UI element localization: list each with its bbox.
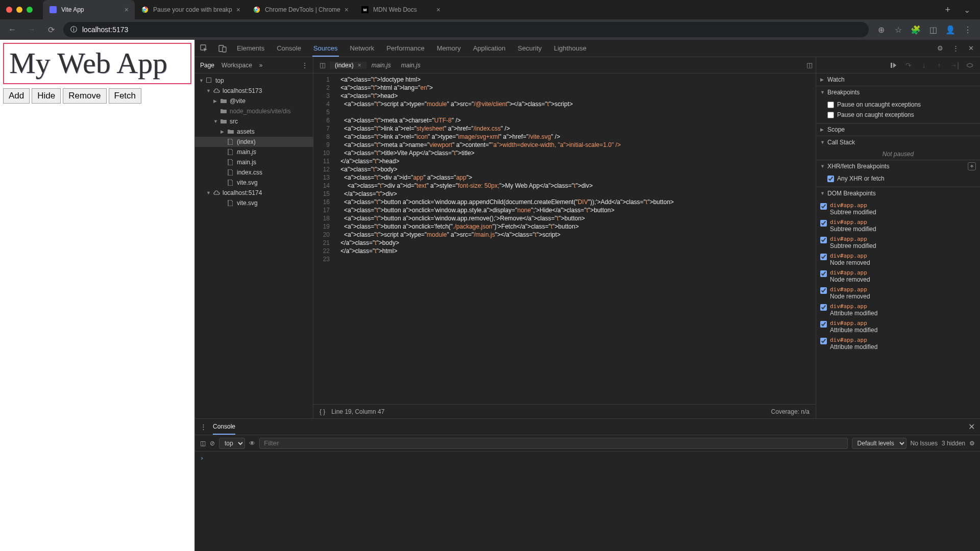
tree-item[interactable]: vite.svg <box>195 178 313 188</box>
tree-item[interactable]: index.css <box>195 167 313 178</box>
panel-tab-performance[interactable]: Performance <box>385 44 425 52</box>
panel-tab-sources[interactable]: Sources <box>312 44 339 57</box>
dom-breakpoint-item[interactable]: div#app.appAttribute modified <box>820 302 976 318</box>
site-info-icon[interactable]: ⓘ <box>70 25 77 34</box>
dom-breakpoint-checkbox[interactable] <box>820 203 827 210</box>
step-into-icon[interactable]: ↓ <box>919 60 929 70</box>
toggle-debugger-icon[interactable]: ◫ <box>803 61 816 69</box>
close-tab-icon[interactable]: × <box>436 6 440 14</box>
dom-breakpoint-item[interactable]: div#app.appSubtree modified <box>820 217 976 234</box>
browser-menu-icon[interactable]: ⋮ <box>961 22 975 37</box>
step-out-icon[interactable]: ↑ <box>934 60 944 70</box>
panel-tab-elements[interactable]: Elements <box>236 44 265 52</box>
callstack-section[interactable]: ▼Call Stack <box>816 136 980 148</box>
code-editor[interactable]: 1234567891011121314151617181920212223 <a… <box>313 73 816 404</box>
editor-tab[interactable]: main.js <box>366 62 396 69</box>
tree-item[interactable]: ▼top <box>195 76 313 86</box>
zoom-icon[interactable]: ⊕ <box>874 22 888 37</box>
reload-button[interactable]: ⟳ <box>44 22 58 37</box>
dom-breakpoint-item[interactable]: div#app.appSubtree modified <box>820 201 976 217</box>
url-input[interactable]: ⓘ localhost:5173 <box>63 22 869 37</box>
dom-breakpoint-item[interactable]: div#app.appSubtree modified <box>820 234 976 251</box>
dom-breakpoint-checkbox[interactable] <box>820 270 827 277</box>
bookmark-icon[interactable]: ☆ <box>891 22 905 37</box>
workspace-tab[interactable]: Workspace <box>222 62 252 69</box>
log-levels-selector[interactable]: Default levels <box>852 438 906 449</box>
console-prompt[interactable]: › <box>195 452 980 465</box>
console-settings-icon[interactable]: ⚙ <box>969 440 975 447</box>
dom-breakpoint-item[interactable]: div#app.appAttribute modified <box>820 318 976 335</box>
resume-icon[interactable] <box>888 60 898 70</box>
new-tab-button[interactable]: + <box>940 5 955 15</box>
step-icon[interactable]: →| <box>949 60 960 70</box>
watch-section[interactable]: ▶Watch <box>816 73 980 86</box>
close-drawer-icon[interactable]: ✕ <box>968 422 975 432</box>
device-toolbar-icon[interactable] <box>217 43 228 54</box>
panel-tab-console[interactable]: Console <box>276 44 302 52</box>
dom-breakpoint-checkbox[interactable] <box>820 321 827 328</box>
page-tab[interactable]: Page <box>200 62 214 69</box>
close-editor-tab-icon[interactable]: × <box>358 62 361 69</box>
dom-breakpoint-checkbox[interactable] <box>820 338 827 344</box>
hide-button[interactable]: Hide <box>32 88 61 104</box>
issues-label[interactable]: No Issues <box>911 440 938 447</box>
tree-item[interactable]: vite.svg <box>195 198 313 208</box>
dom-breakpoint-item[interactable]: div#app.appAttribute modified <box>820 335 976 352</box>
tree-item[interactable]: ▼localhost:5174 <box>195 188 313 198</box>
scope-section[interactable]: ▶Scope <box>816 123 980 136</box>
breakpoint-checkbox[interactable] <box>827 102 834 108</box>
live-expression-icon[interactable]: 👁 <box>249 440 255 447</box>
browser-tab[interactable]: Vite App× <box>43 0 135 19</box>
breakpoint-checkbox[interactable] <box>827 112 834 118</box>
dom-breakpoint-item[interactable]: div#app.appNode removed <box>820 251 976 268</box>
dom-breakpoint-checkbox[interactable] <box>820 220 827 227</box>
browser-tab[interactable]: Pause your code with breakp× <box>135 0 247 19</box>
navigator-menu-icon[interactable]: ⋮ <box>302 62 308 69</box>
dom-breakpoint-item[interactable]: div#app.appNode removed <box>820 285 976 302</box>
tree-item[interactable]: main.js <box>195 157 313 167</box>
dom-breakpoint-checkbox[interactable] <box>820 237 827 243</box>
close-window-icon[interactable] <box>6 7 12 13</box>
browser-tab[interactable]: Chrome DevTools | Chrome× <box>247 0 355 19</box>
inspect-element-icon[interactable] <box>199 43 209 54</box>
panel-tab-memory[interactable]: Memory <box>436 44 462 52</box>
sidepanel-icon[interactable]: ◫ <box>926 22 940 37</box>
minimize-window-icon[interactable] <box>16 7 22 13</box>
devtools-menu-icon[interactable]: ⋮ <box>950 43 961 54</box>
xhr-breakpoint-item[interactable]: Any XHR or fetch <box>827 173 976 184</box>
dom-breakpoints-section[interactable]: ▼DOM Breakpoints <box>816 187 980 199</box>
dom-breakpoint-checkbox[interactable] <box>820 254 827 260</box>
dom-breakpoint-item[interactable]: div#app.appNode removed <box>820 268 976 285</box>
close-tab-icon[interactable]: × <box>236 6 240 14</box>
tree-item[interactable]: main.js <box>195 147 313 157</box>
tree-item[interactable]: ▼localhost:5173 <box>195 86 313 96</box>
toggle-navigator-icon[interactable]: ◫ <box>316 61 329 69</box>
console-tab[interactable]: Console <box>213 419 235 435</box>
profile-icon[interactable]: 👤 <box>943 22 958 37</box>
panel-tab-lighthouse[interactable]: Lighthouse <box>553 44 587 52</box>
pretty-print-icon[interactable]: { } <box>320 408 325 415</box>
add-xhr-breakpoint-icon[interactable]: + <box>968 162 976 170</box>
devtools-settings-icon[interactable]: ⚙ <box>935 43 945 54</box>
breakpoint-option[interactable]: Pause on uncaught exceptions <box>827 99 976 110</box>
tree-item[interactable]: (index) <box>195 137 313 147</box>
panel-tab-security[interactable]: Security <box>517 44 543 52</box>
dom-breakpoint-checkbox[interactable] <box>820 304 827 311</box>
window-dropdown-icon[interactable]: ⌄ <box>960 3 974 17</box>
dom-breakpoint-checkbox[interactable] <box>820 287 827 294</box>
more-tabs-icon[interactable]: » <box>259 62 263 69</box>
browser-tab[interactable]: MMDN Web Docs× <box>355 0 447 19</box>
tree-item[interactable]: node_modules/vite/dis <box>195 106 313 116</box>
editor-tab[interactable]: main.js <box>396 62 426 69</box>
console-sidebar-icon[interactable]: ◫ <box>200 440 206 447</box>
breakpoint-option[interactable]: Pause on caught exceptions <box>827 110 976 120</box>
tree-item[interactable]: ▶assets <box>195 127 313 137</box>
tree-item[interactable]: ▼src <box>195 116 313 127</box>
xhr-breakpoints-section[interactable]: ▼XHR/fetch Breakpoints+ <box>816 160 980 172</box>
back-button[interactable]: ← <box>5 22 19 37</box>
context-selector[interactable]: top <box>219 438 245 449</box>
console-filter-input[interactable] <box>259 438 848 449</box>
close-tab-icon[interactable]: × <box>125 6 129 14</box>
devtools-close-icon[interactable]: ✕ <box>966 43 976 54</box>
breakpoints-section[interactable]: ▼Breakpoints <box>816 86 980 98</box>
